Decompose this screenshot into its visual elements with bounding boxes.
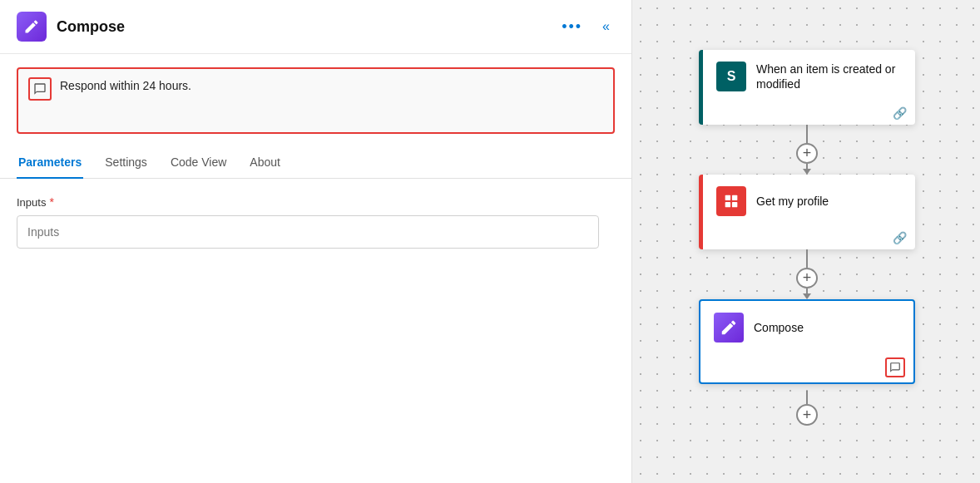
compose-note-icon[interactable] [885, 357, 905, 377]
trigger-link-icon[interactable]: 🔗 [893, 106, 907, 120]
connector-line-2 [806, 249, 808, 268]
more-options-button[interactable]: ••• [557, 15, 587, 39]
trigger-card[interactable]: S When an item is created or modified 🔗 [699, 50, 915, 125]
sharepoint-letter-icon: S [727, 69, 736, 84]
connector-1: + [796, 125, 818, 175]
action-title: Get my profile [756, 194, 829, 209]
trigger-title: When an item is created or modified [756, 62, 902, 91]
arrow-down-2 [803, 293, 811, 299]
compose-header: Compose ••• « [0, 0, 631, 54]
svg-rect-2 [725, 202, 730, 207]
tabs-row: Parameters Settings Code View About [0, 147, 631, 179]
office-icon [722, 192, 740, 210]
compose-icon-box [17, 12, 47, 42]
bottom-connector-line [806, 391, 808, 404]
compose-card-icon [720, 318, 738, 337]
add-step-button-bottom[interactable]: + [796, 404, 818, 426]
svg-rect-0 [725, 195, 730, 200]
canvas-panel: S When an item is created or modified 🔗 … [632, 0, 980, 483]
tab-settings[interactable]: Settings [103, 147, 149, 179]
compose-card[interactable]: Compose [699, 299, 915, 384]
compose-card-inner: Compose [700, 301, 913, 354]
action-card[interactable]: Get my profile 🔗 [699, 175, 915, 249]
action-card-inner: Get my profile [703, 175, 915, 228]
compose-card-title: Compose [754, 320, 804, 335]
action-link-icon[interactable]: 🔗 [893, 231, 907, 244]
required-indicator: * [49, 195, 53, 209]
trigger-footer: 🔗 [703, 103, 915, 125]
trigger-icon-box: S [716, 62, 746, 91]
add-step-button-1[interactable]: + [796, 143, 818, 164]
left-panel: Compose ••• « Respond within 24 hours. P… [0, 0, 632, 483]
page-title: Compose [57, 18, 547, 36]
action-footer: 🔗 [703, 228, 915, 249]
tab-parameters[interactable]: Parameters [17, 147, 83, 179]
message-text: Respond within 24 hours. [60, 77, 191, 92]
message-icon [28, 77, 52, 101]
message-area: Respond within 24 hours. [17, 67, 615, 134]
compose-icon-box-card [714, 313, 744, 343]
compose-logo-icon [23, 18, 40, 35]
inputs-input[interactable] [17, 215, 599, 249]
connector-line-1 [806, 125, 808, 143]
action-icon-box [716, 186, 746, 216]
inputs-label: Inputs * [17, 195, 615, 209]
header-actions: ••• « [557, 15, 615, 39]
collapse-button[interactable]: « [597, 16, 615, 37]
connector-2: + [796, 249, 818, 299]
svg-rect-1 [732, 195, 737, 200]
content-area: Inputs * [0, 179, 631, 265]
bottom-add: + [796, 391, 818, 426]
svg-rect-3 [732, 202, 737, 207]
add-step-button-2[interactable]: + [796, 268, 818, 288]
trigger-card-inner: S When an item is created or modified [703, 50, 915, 103]
tab-code-view[interactable]: Code View [169, 147, 228, 179]
compose-footer [700, 354, 913, 382]
tab-about[interactable]: About [248, 147, 282, 179]
arrow-down-1 [803, 169, 811, 175]
flow-container: S When an item is created or modified 🔗 … [699, 50, 915, 426]
